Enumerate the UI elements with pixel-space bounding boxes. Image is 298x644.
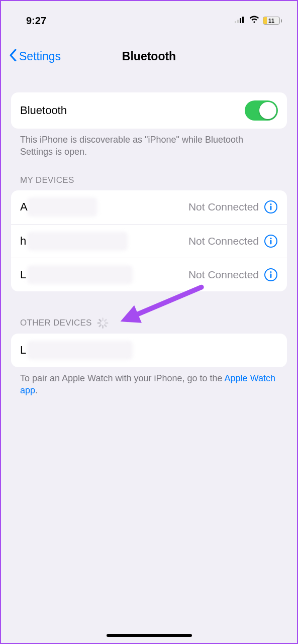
battery-icon: 11 xyxy=(263,17,282,25)
status-bar: 9:27 11 xyxy=(1,1,297,31)
device-row[interactable]: h Not Connected xyxy=(11,224,287,258)
navbar: Settings Bluetooth xyxy=(1,31,297,71)
status-time: 9:27 xyxy=(26,15,46,27)
wifi-icon xyxy=(249,16,260,26)
svg-rect-2 xyxy=(240,18,241,23)
svg-point-11 xyxy=(270,271,271,272)
svg-rect-3 xyxy=(242,17,244,23)
device-name: A xyxy=(20,200,28,213)
bluetooth-toggle[interactable] xyxy=(245,100,278,121)
other-devices-header: OTHER DEVICES xyxy=(11,317,287,334)
other-devices-list: L xyxy=(11,334,287,367)
status-right: 11 xyxy=(235,16,282,26)
svg-rect-12 xyxy=(270,273,272,278)
home-indicator[interactable] xyxy=(107,634,192,637)
chevron-left-icon xyxy=(9,49,17,64)
other-device-row[interactable]: L xyxy=(11,334,287,367)
device-status: Not Connected xyxy=(188,235,259,247)
spinner-icon xyxy=(97,317,108,329)
svg-rect-9 xyxy=(270,240,272,244)
device-name: h xyxy=(20,235,26,248)
info-icon[interactable] xyxy=(264,268,278,282)
discoverable-footer: This iPhone is discoverable as "iPhone" … xyxy=(11,129,287,158)
device-name: L xyxy=(20,268,26,281)
pair-footer: To pair an Apple Watch with your iPhone,… xyxy=(11,367,287,397)
svg-point-8 xyxy=(270,237,271,239)
svg-point-5 xyxy=(270,203,271,205)
info-icon[interactable] xyxy=(264,200,278,214)
back-label: Settings xyxy=(19,50,61,63)
cellular-icon xyxy=(235,16,246,25)
device-name: L xyxy=(20,344,26,357)
bluetooth-toggle-label: Bluetooth xyxy=(20,104,67,117)
my-devices-list: A Not Connected h Not Connected xyxy=(11,190,287,291)
battery-percent: 11 xyxy=(263,18,279,24)
device-status: Not Connected xyxy=(188,269,259,281)
bluetooth-toggle-card: Bluetooth xyxy=(11,92,287,129)
device-row[interactable]: L Not Connected xyxy=(11,258,287,291)
device-status: Not Connected xyxy=(188,201,259,213)
device-row[interactable]: A Not Connected xyxy=(11,190,287,224)
svg-rect-0 xyxy=(235,21,236,23)
back-button[interactable]: Settings xyxy=(9,49,61,64)
my-devices-header: MY DEVICES xyxy=(11,175,287,190)
info-icon[interactable] xyxy=(264,234,278,248)
svg-rect-6 xyxy=(270,206,272,210)
svg-rect-1 xyxy=(237,20,239,23)
